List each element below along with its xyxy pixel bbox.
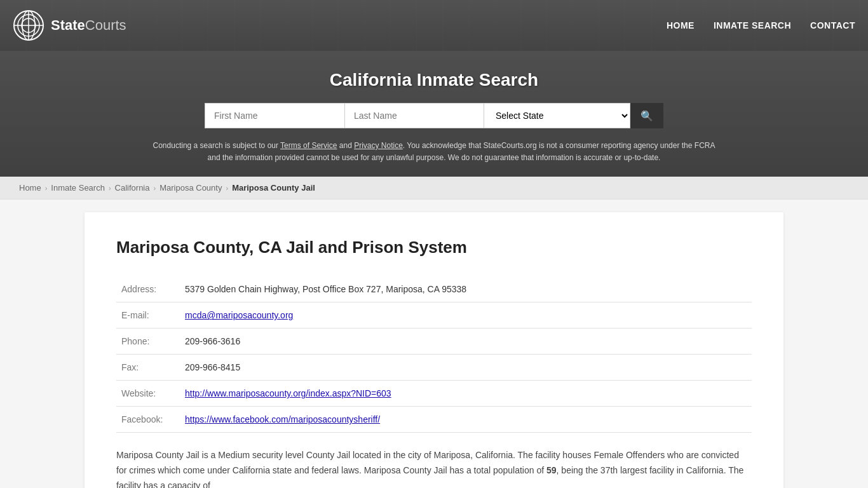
breadcrumb-mariposa-county[interactable]: Mariposa County: [159, 183, 222, 193]
field-value: 209-966-3616: [180, 329, 752, 355]
terms-link[interactable]: Terms of Service: [280, 141, 337, 150]
last-name-input[interactable]: [344, 103, 484, 128]
logo-area: StateCourts: [13, 10, 126, 41]
privacy-link[interactable]: Privacy Notice: [354, 141, 403, 150]
logo-icon: [13, 10, 44, 41]
search-bar: Select StateAlabamaAlaskaArizonaArkansas…: [13, 103, 855, 128]
page-heading: Mariposa County, CA Jail and Prison Syst…: [116, 238, 752, 257]
breadcrumb-sep-1: ›: [45, 184, 48, 192]
field-label: Phone:: [116, 329, 180, 355]
table-row: Website:http://www.mariposacounty.org/in…: [116, 381, 752, 407]
field-label: Facebook:: [116, 407, 180, 433]
nav-inmate-search[interactable]: INMATE SEARCH: [714, 20, 791, 30]
main-wrapper: Mariposa County, CA Jail and Prison Syst…: [0, 200, 868, 488]
breadcrumb-inmate-search[interactable]: Inmate Search: [51, 183, 105, 193]
table-row: Fax:209-966-8415: [116, 355, 752, 381]
breadcrumb-sep-2: ›: [109, 184, 111, 192]
field-value: https://www.facebook.com/mariposacountys…: [180, 407, 752, 433]
content-card: Mariposa County, CA Jail and Prison Syst…: [85, 212, 783, 488]
field-value: http://www.mariposacounty.org/index.aspx…: [180, 381, 752, 407]
info-table: Address:5379 Golden Chain Highway, Post …: [116, 276, 752, 433]
breadcrumb-home[interactable]: Home: [19, 183, 41, 193]
field-link[interactable]: https://www.facebook.com/mariposacountys…: [185, 414, 380, 424]
search-button[interactable]: 🔍: [630, 103, 663, 128]
first-name-input[interactable]: [205, 103, 344, 128]
table-row: Phone:209-966-3616: [116, 329, 752, 355]
table-row: Address:5379 Golden Chain Highway, Post …: [116, 276, 752, 302]
field-value: 5379 Golden Chain Highway, Post Office B…: [180, 276, 752, 302]
breadcrumb: Home › Inmate Search › California › Mari…: [0, 177, 868, 200]
nav-home[interactable]: HOME: [667, 20, 695, 30]
site-header: StateCourts HOME INMATE SEARCH CONTACT: [0, 0, 868, 51]
field-label: Fax:: [116, 355, 180, 381]
field-link[interactable]: http://www.mariposacounty.org/index.aspx…: [185, 388, 391, 398]
field-label: Website:: [116, 381, 180, 407]
field-label: Address:: [116, 276, 180, 302]
table-row: E-mail:mcda@mariposacounty.org: [116, 302, 752, 329]
main-nav: HOME INMATE SEARCH CONTACT: [667, 20, 855, 30]
field-label: E-mail:: [116, 302, 180, 329]
breadcrumb-sep-3: ›: [154, 184, 156, 192]
description: Mariposa County Jail is a Medium securit…: [116, 448, 752, 488]
state-select[interactable]: Select StateAlabamaAlaskaArizonaArkansas…: [484, 103, 630, 128]
hero-title: California Inmate Search: [13, 70, 855, 90]
breadcrumb-california[interactable]: California: [115, 183, 150, 193]
logo-text: StateCourts: [51, 17, 126, 34]
field-value: mcda@mariposacounty.org: [180, 302, 752, 329]
hero-section: California Inmate Search Select StateAla…: [0, 51, 868, 177]
breadcrumb-sep-4: ›: [226, 184, 228, 192]
nav-contact[interactable]: CONTACT: [810, 20, 855, 30]
table-row: Facebook:https://www.facebook.com/maripo…: [116, 407, 752, 433]
field-value: 209-966-8415: [180, 355, 752, 381]
disclaimer-text: Conducting a search is subject to our Te…: [148, 140, 720, 164]
breadcrumb-current: Mariposa County Jail: [232, 183, 315, 193]
field-link[interactable]: mcda@mariposacounty.org: [185, 310, 293, 320]
